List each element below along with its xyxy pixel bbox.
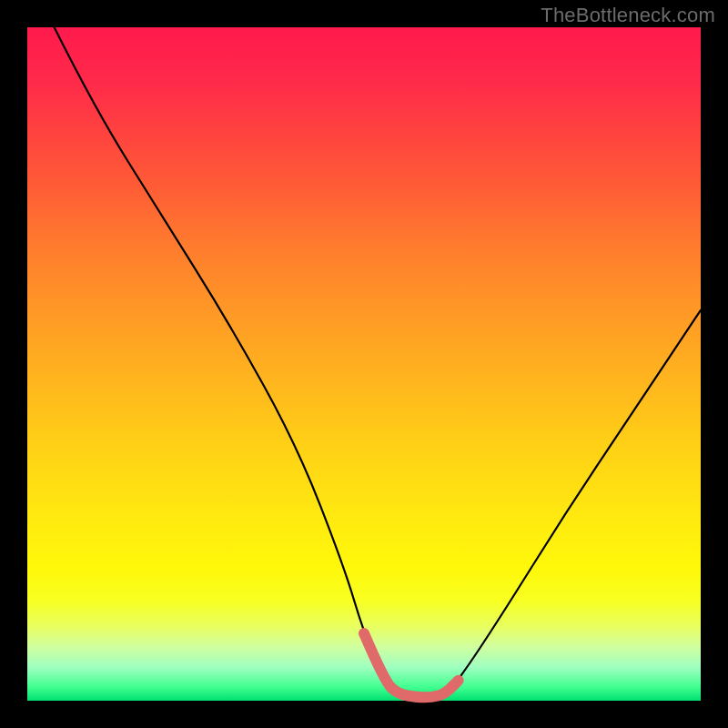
chart-frame: TheBottleneck.com: [0, 0, 728, 728]
valley-highlight-path: [364, 633, 459, 697]
plot-area: [27, 27, 701, 701]
bottleneck-curve-path: [55, 27, 701, 697]
watermark-label: TheBottleneck.com: [541, 4, 715, 27]
curve-svg: [27, 27, 701, 701]
